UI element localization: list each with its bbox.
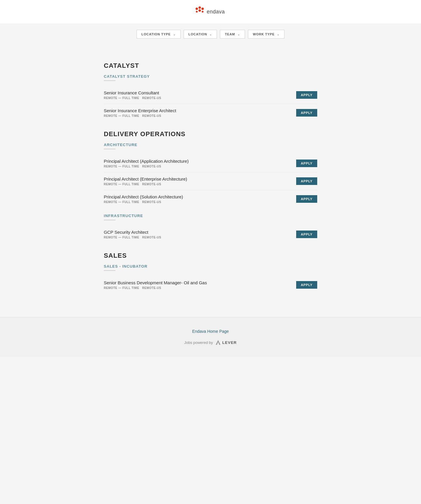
lever-logo: LEVER (215, 340, 237, 345)
logo-container: endava (191, 5, 230, 18)
location-type-label: LOCATION TYPE (142, 32, 171, 36)
svg-point-2 (201, 8, 204, 10)
job-tags: REMOTE — FULL TIMEREMOTE-US (104, 165, 189, 168)
subsection-title-infrastructure: INFRASTRUCTURE (104, 214, 317, 218)
apply-button[interactable]: APPLY (296, 177, 317, 185)
job-item: Principal Architect (Solution Architectu… (104, 190, 317, 208)
job-tag: REMOTE-US (142, 114, 161, 117)
jobs-group-catalyst-strategy: CATALYST STRATEGYSenior Insurance Consul… (104, 74, 317, 122)
job-item: GCP Security ArchitectREMOTE — FULL TIME… (104, 226, 317, 243)
job-title: GCP Security Architect (104, 230, 161, 235)
subsection-title-catalyst-strategy: CATALYST STRATEGY (104, 74, 317, 79)
job-title: Senior Business Development Manager- Oil… (104, 280, 207, 285)
filters-inner: LOCATION TYPE ⌄ LOCATION ⌄ TEAM ⌄ WORK T… (137, 30, 284, 39)
job-title: Senior Insurance Consultant (104, 90, 161, 95)
job-tag: REMOTE-US (142, 286, 161, 290)
chevron-down-icon: ⌄ (237, 33, 240, 36)
chevron-down-icon: ⌄ (173, 33, 176, 36)
section-title-sales: SALES (104, 252, 317, 259)
lever-text: LEVER (222, 340, 237, 345)
subsection-title-sales-incubator: SALES - INCUBATOR (104, 264, 317, 269)
job-tags: REMOTE — FULL TIMEREMOTE-US (104, 183, 187, 186)
svg-point-4 (196, 11, 198, 13)
job-item: Senior Insurance Enterprise ArchitectREM… (104, 104, 317, 122)
job-item: Senior Insurance ConsultantREMOTE — FULL… (104, 86, 317, 104)
job-tags: REMOTE — FULL TIMEREMOTE-US (104, 96, 161, 100)
job-title: Principal Architect (Application Archite… (104, 159, 189, 164)
filters-bar: LOCATION TYPE ⌄ LOCATION ⌄ TEAM ⌄ WORK T… (0, 24, 421, 44)
job-title: Senior Insurance Enterprise Architect (104, 108, 176, 113)
job-tag: REMOTE — FULL TIME (104, 236, 139, 239)
job-tag: REMOTE — FULL TIME (104, 114, 139, 117)
location-label: LOCATION (189, 32, 207, 36)
job-info: Senior Insurance ConsultantREMOTE — FULL… (104, 90, 161, 100)
chevron-down-icon: ⌄ (277, 33, 279, 36)
apply-button[interactable]: APPLY (296, 91, 317, 99)
job-title: Principal Architect (Enterprise Architec… (104, 176, 187, 181)
apply-button[interactable]: APPLY (296, 195, 317, 203)
job-item: Principal Architect (Application Archite… (104, 155, 317, 172)
location-filter[interactable]: LOCATION ⌄ (184, 30, 217, 39)
divider (104, 149, 115, 149)
team-label: TEAM (225, 32, 235, 36)
chevron-down-icon: ⌄ (209, 33, 212, 36)
location-type-filter[interactable]: LOCATION TYPE ⌄ (137, 30, 181, 39)
svg-marker-7 (216, 340, 220, 345)
powered-by-section: Jobs powered by LEVER (6, 340, 415, 345)
divider (104, 220, 115, 220)
job-tag: REMOTE-US (142, 183, 161, 186)
job-tag: REMOTE-US (142, 165, 161, 168)
svg-point-3 (199, 9, 201, 12)
work-type-label: WORK TYPE (253, 32, 275, 36)
svg-point-5 (202, 11, 203, 13)
job-tags: REMOTE — FULL TIMEREMOTE-US (104, 114, 176, 117)
svg-point-0 (196, 8, 198, 10)
apply-button[interactable]: APPLY (296, 160, 317, 167)
job-title: Principal Architect (Solution Architectu… (104, 194, 183, 199)
divider (104, 80, 115, 81)
job-info: Principal Architect (Enterprise Architec… (104, 176, 187, 186)
job-tags: REMOTE — FULL TIMEREMOTE-US (104, 236, 161, 239)
job-item: Senior Business Development Manager- Oil… (104, 276, 317, 294)
main-content: CATALYSTCATALYST STRATEGYSenior Insuranc… (98, 44, 323, 317)
job-info: Principal Architect (Application Archite… (104, 159, 189, 168)
job-item: Principal Architect (Enterprise Architec… (104, 172, 317, 190)
job-info: Principal Architect (Solution Architectu… (104, 194, 183, 204)
section-title-delivery-ops: DELIVERY OPERATIONS (104, 130, 317, 138)
job-tags: REMOTE — FULL TIMEREMOTE-US (104, 200, 183, 204)
team-filter[interactable]: TEAM ⌄ (220, 30, 245, 39)
jobs-group-sales-incubator: SALES - INCUBATORSenior Business Develop… (104, 264, 317, 294)
job-tag: REMOTE-US (142, 236, 161, 239)
job-tag: REMOTE — FULL TIME (104, 165, 139, 168)
jobs-group-infrastructure: INFRASTRUCTUREGCP Security ArchitectREMO… (104, 214, 317, 243)
job-tag: REMOTE — FULL TIME (104, 96, 139, 100)
jobs-group-architecture: ARCHITECTUREPrincipal Architect (Applica… (104, 143, 317, 208)
job-tag: REMOTE-US (142, 200, 161, 204)
home-page-link[interactable]: Endava Home Page (6, 329, 415, 334)
apply-button[interactable]: APPLY (296, 109, 317, 117)
subsection-title-architecture: ARCHITECTURE (104, 143, 317, 147)
work-type-filter[interactable]: WORK TYPE ⌄ (248, 30, 284, 39)
job-tag: REMOTE — FULL TIME (104, 286, 139, 290)
job-tag: REMOTE — FULL TIME (104, 183, 139, 186)
job-tags: REMOTE — FULL TIMEREMOTE-US (104, 286, 207, 290)
divider (104, 270, 115, 271)
lever-icon (215, 340, 221, 345)
job-info: Senior Business Development Manager- Oil… (104, 280, 207, 290)
job-info: GCP Security ArchitectREMOTE — FULL TIME… (104, 230, 161, 239)
apply-button[interactable]: APPLY (296, 281, 317, 289)
endava-logo: endava (191, 5, 230, 18)
svg-text:endava: endava (207, 9, 225, 15)
site-footer: Endava Home Page Jobs powered by LEVER (0, 317, 421, 357)
powered-by-text: Jobs powered by (184, 340, 213, 345)
job-info: Senior Insurance Enterprise ArchitectREM… (104, 108, 176, 117)
site-header: endava (0, 0, 421, 24)
section-title-catalyst: CATALYST (104, 62, 317, 70)
svg-point-1 (199, 6, 201, 9)
apply-button[interactable]: APPLY (296, 231, 317, 238)
job-tag: REMOTE — FULL TIME (104, 200, 139, 204)
job-tag: REMOTE-US (142, 96, 161, 100)
